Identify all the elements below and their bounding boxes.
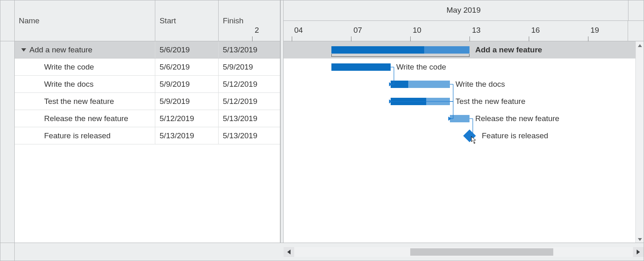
chevron-down-icon bbox=[638, 238, 642, 241]
timeline-month-text: May 2019 bbox=[447, 6, 481, 15]
task-name-text: Feature is released bbox=[44, 131, 111, 140]
cell-finish[interactable]: 5/13/2019 bbox=[219, 110, 280, 127]
task-name-text: Write the code bbox=[44, 63, 94, 72]
gantt-bar-label: Feature is released bbox=[482, 131, 548, 140]
table-row[interactable]: Add a new feature5/6/20195/13/2019 bbox=[0, 41, 280, 59]
gantt-bar-label: Test the new feature bbox=[456, 97, 525, 106]
grid-header: Name Start Finish bbox=[0, 0, 280, 41]
cell-name[interactable]: Write the docs bbox=[15, 76, 155, 92]
cell-start[interactable]: 5/6/2019 bbox=[155, 41, 219, 58]
gantt-task-bar[interactable] bbox=[331, 63, 391, 71]
timeline-day-tick: 07 bbox=[353, 26, 362, 35]
task-name-text: Add a new feature bbox=[29, 45, 92, 54]
gantt-task-bar[interactable] bbox=[391, 98, 450, 105]
mouse-cursor-icon bbox=[471, 136, 477, 144]
horizontal-scrollbar[interactable] bbox=[284, 247, 644, 257]
scroll-down-button[interactable] bbox=[636, 235, 644, 243]
timeline-day-tick: 2 bbox=[255, 26, 259, 35]
cell-finish[interactable]: 5/13/2019 bbox=[219, 127, 280, 144]
gantt-row[interactable]: Write the docs bbox=[284, 76, 635, 93]
gantt-bar-label: Add a new feature bbox=[475, 45, 542, 54]
timeline-day-tick: 10 bbox=[413, 26, 421, 35]
cell-start[interactable]: 5/6/2019 bbox=[155, 59, 219, 75]
timeline-tick-mark bbox=[470, 36, 470, 41]
cell-name[interactable]: Add a new feature bbox=[15, 41, 155, 58]
table-row[interactable]: Feature is released5/13/20195/13/2019 bbox=[0, 127, 280, 144]
gantt-summary-bar[interactable] bbox=[331, 46, 470, 54]
cell-start[interactable]: 5/9/2019 bbox=[155, 93, 219, 110]
gantt-bar-label: Write the docs bbox=[456, 80, 505, 89]
timeline-tick-mark bbox=[292, 36, 292, 41]
gantt-task-bar[interactable] bbox=[450, 115, 470, 122]
column-header-start[interactable]: Start bbox=[155, 0, 219, 41]
cell-start[interactable]: 5/12/2019 bbox=[155, 110, 219, 127]
gantt-bar-label: Release the new feature bbox=[475, 114, 559, 123]
progress-fill bbox=[331, 63, 391, 71]
progress-fill bbox=[331, 46, 424, 54]
chevron-up-icon bbox=[638, 44, 642, 47]
gantt-task-bar[interactable] bbox=[391, 81, 450, 88]
task-name-text: Write the docs bbox=[44, 80, 94, 89]
gantt-row[interactable]: Feature is released bbox=[284, 127, 635, 144]
gantt-row[interactable]: Add a new feature bbox=[284, 41, 635, 59]
scroll-up-button[interactable] bbox=[636, 41, 644, 50]
timeline-header: May 2019 0407101316192 bbox=[284, 0, 644, 41]
cell-name[interactable]: Feature is released bbox=[15, 127, 155, 144]
gantt-timeline: May 2019 0407101316192 Add a new feature… bbox=[284, 0, 644, 243]
timeline-tick-mark bbox=[351, 36, 351, 41]
scroll-thumb[interactable] bbox=[410, 248, 553, 256]
gantt-row[interactable]: Test the new feature bbox=[284, 93, 635, 110]
cell-name[interactable]: Test the new feature bbox=[15, 93, 155, 110]
timeline-month-label: May 2019 bbox=[284, 0, 644, 21]
remaining-fill bbox=[450, 115, 470, 122]
cell-finish[interactable]: 5/13/2019 bbox=[219, 41, 280, 58]
cell-name[interactable]: Release the new feature bbox=[15, 110, 155, 127]
cell-name[interactable]: Write the code bbox=[15, 59, 155, 75]
remaining-fill bbox=[426, 98, 450, 105]
remaining-fill bbox=[424, 46, 470, 54]
gantt-bar-label: Write the code bbox=[396, 63, 446, 72]
chevron-right-icon bbox=[637, 250, 640, 254]
summary-bracket-icon bbox=[331, 54, 470, 57]
timeline-header-right-cap bbox=[628, 0, 644, 21]
grid-body: Add a new feature5/6/20195/13/2019Write … bbox=[0, 41, 280, 144]
cell-finish[interactable]: 5/9/2019 bbox=[219, 59, 280, 75]
gantt-row[interactable]: Write the code bbox=[284, 59, 635, 76]
table-row[interactable]: Release the new feature5/12/20195/13/201… bbox=[0, 110, 280, 127]
table-row[interactable]: Write the code5/6/20195/9/2019 bbox=[0, 59, 280, 76]
cell-start[interactable]: 5/13/2019 bbox=[155, 127, 219, 144]
column-header-finish[interactable]: Finish bbox=[219, 0, 280, 41]
progress-fill bbox=[391, 81, 408, 88]
chevron-left-icon bbox=[287, 250, 291, 254]
timeline-day-tick: 16 bbox=[531, 26, 540, 35]
timeline-day-scale: 0407101316192 bbox=[284, 21, 644, 41]
scroll-right-button[interactable] bbox=[633, 247, 644, 257]
timeline-tick-mark bbox=[529, 36, 529, 41]
cell-finish[interactable]: 5/12/2019 bbox=[219, 93, 280, 110]
cell-start[interactable]: 5/9/2019 bbox=[155, 76, 219, 92]
timeline-day-tick: 13 bbox=[472, 26, 481, 35]
gantt-canvas[interactable]: Add a new featureWrite the codeWrite the… bbox=[284, 41, 635, 243]
table-row[interactable]: Test the new feature5/9/20195/12/2019 bbox=[0, 93, 280, 110]
timeline-day-scale-right-border bbox=[628, 21, 628, 41]
column-header-name[interactable]: Name bbox=[15, 0, 155, 41]
grid-header-indicator bbox=[0, 0, 15, 41]
bottom-left-cap bbox=[0, 243, 15, 261]
splitter[interactable] bbox=[280, 0, 284, 243]
timeline-tick-mark bbox=[410, 36, 411, 41]
vertical-scrollbar[interactable] bbox=[635, 41, 644, 243]
task-name-text: Release the new feature bbox=[44, 114, 128, 123]
task-grid: Name Start Finish Add a new feature5/6/2… bbox=[0, 0, 280, 243]
table-row[interactable]: Write the docs5/9/20195/12/2019 bbox=[0, 76, 280, 93]
bottom-strip bbox=[0, 243, 644, 261]
timeline-tick-mark bbox=[588, 36, 588, 41]
expand-collapse-icon[interactable] bbox=[21, 48, 26, 52]
gantt-app: Name Start Finish Add a new feature5/6/2… bbox=[0, 0, 644, 261]
task-name-text: Test the new feature bbox=[44, 97, 114, 106]
scroll-left-button[interactable] bbox=[284, 247, 294, 257]
timeline-day-tick: 04 bbox=[294, 26, 303, 35]
cell-finish[interactable]: 5/12/2019 bbox=[219, 76, 280, 92]
timeline-tick-mark bbox=[252, 36, 253, 41]
gantt-row[interactable]: Release the new feature bbox=[284, 110, 635, 127]
remaining-fill bbox=[408, 81, 450, 88]
